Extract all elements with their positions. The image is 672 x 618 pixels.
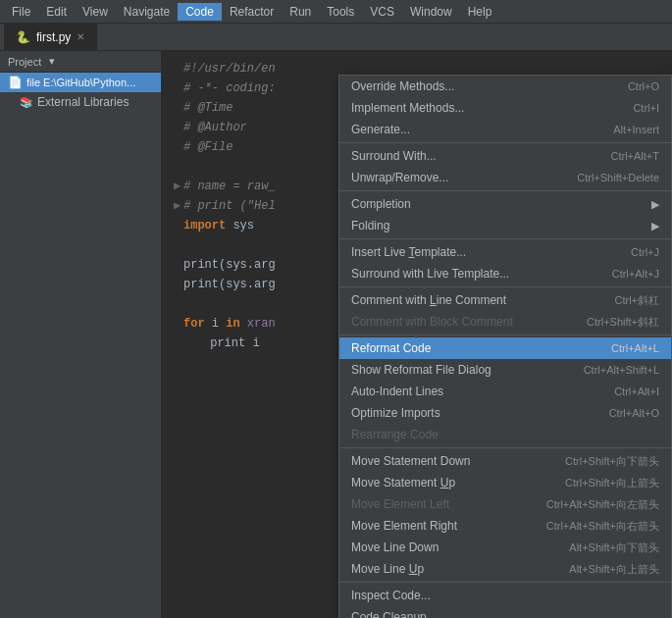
menu-unwrap-remove[interactable]: Unwrap/Remove... Ctrl+Shift+Delete	[339, 167, 671, 188]
menu-edit[interactable]: Edit	[38, 3, 75, 21]
menu-refactor[interactable]: Refactor	[222, 3, 282, 21]
tab-bar: 🐍 first.py ✕	[0, 24, 672, 51]
sidebar-dropdown-icon[interactable]: ▾	[49, 55, 55, 68]
divider-6	[339, 447, 671, 448]
sidebar-file-label: file E:\GitHub\Python...	[26, 77, 135, 88]
menu-move-element-right[interactable]: Move Element Right Ctrl+Alt+Shift+向右箭头	[339, 515, 671, 537]
tab-first-py[interactable]: 🐍 first.py ✕	[4, 24, 97, 51]
file-icon: 📄	[8, 76, 23, 89]
divider-3	[339, 238, 671, 239]
menu-window[interactable]: Window	[402, 3, 460, 21]
menu-comment-block: Comment with Block Comment Ctrl+Shift+斜杠	[339, 311, 671, 333]
menu-code-cleanup[interactable]: Code Cleanup...	[339, 606, 671, 618]
divider-1	[339, 142, 671, 143]
menu-view[interactable]: View	[75, 3, 116, 21]
menu-completion[interactable]: Completion ▶	[339, 193, 671, 215]
menu-help[interactable]: Help	[460, 3, 500, 21]
divider-7	[339, 582, 671, 583]
code-dropdown-menu: Override Methods... Ctrl+O Implement Met…	[338, 75, 672, 618]
tab-file-icon: 🐍	[16, 30, 30, 44]
sidebar-item-file[interactable]: 📄 file E:\GitHub\Python...	[0, 73, 161, 92]
dropdown-overlay: Override Methods... Ctrl+O Implement Met…	[162, 51, 672, 618]
menu-show-reformat-dialog[interactable]: Show Reformat File Dialog Ctrl+Alt+Shift…	[339, 359, 671, 381]
sidebar-header: Project ▾	[0, 51, 161, 73]
menu-vcs[interactable]: VCS	[362, 3, 402, 21]
menu-navigate[interactable]: Navigate	[116, 3, 178, 21]
menu-bar: File Edit View Navigate Code Refactor Ru…	[0, 0, 672, 24]
menu-tools[interactable]: Tools	[319, 3, 362, 21]
library-icon: 📚	[20, 96, 33, 109]
menu-folding[interactable]: Folding ▶	[339, 215, 671, 236]
menu-move-element-left: Move Element Left Ctrl+Alt+Shift+向左箭头	[339, 493, 671, 515]
sidebar: Project ▾ 📄 file E:\GitHub\Python... 📚 E…	[0, 51, 162, 618]
editor-area: #!/usr/bin/en # -*- coding: # @Time # @A…	[162, 51, 672, 618]
menu-move-line-down[interactable]: Move Line Down Alt+Shift+向下箭头	[339, 537, 671, 558]
sidebar-project-label: Project	[8, 56, 41, 68]
sidebar-item-external-libraries[interactable]: 📚 External Libraries	[0, 92, 161, 112]
main-layout: Project ▾ 📄 file E:\GitHub\Python... 📚 E…	[0, 51, 672, 618]
menu-move-line-up[interactable]: Move Line Up Alt+Shift+向上箭头	[339, 558, 671, 580]
menu-implement-methods[interactable]: Implement Methods... Ctrl+I	[339, 97, 671, 119]
menu-override-methods[interactable]: Override Methods... Ctrl+O	[339, 76, 671, 97]
menu-inspect-code[interactable]: Inspect Code...	[339, 585, 671, 606]
menu-surround-live-template[interactable]: Surround with Live Template... Ctrl+Alt+…	[339, 263, 671, 284]
menu-optimize-imports[interactable]: Optimize Imports Ctrl+Alt+O	[339, 402, 671, 424]
menu-comment-line[interactable]: Comment with Line Comment Ctrl+斜杠	[339, 289, 671, 311]
menu-code[interactable]: Code	[178, 3, 222, 21]
menu-generate[interactable]: Generate... Alt+Insert	[339, 119, 671, 140]
menu-insert-live-template[interactable]: Insert Live Template... Ctrl+J	[339, 241, 671, 263]
tab-close-button[interactable]: ✕	[77, 31, 84, 42]
divider-4	[339, 286, 671, 287]
menu-reformat-code[interactable]: Reformat Code Ctrl+Alt+L	[339, 337, 671, 359]
menu-move-statement-down[interactable]: Move Statement Down Ctrl+Shift+向下箭头	[339, 450, 671, 472]
menu-file[interactable]: File	[4, 3, 38, 21]
menu-move-statement-up[interactable]: Move Statement Up Ctrl+Shift+向上箭头	[339, 472, 671, 493]
menu-run[interactable]: Run	[282, 3, 319, 21]
divider-2	[339, 190, 671, 191]
divider-5	[339, 335, 671, 335]
tab-label: first.py	[36, 30, 71, 44]
menu-auto-indent[interactable]: Auto-Indent Lines Ctrl+Alt+I	[339, 381, 671, 402]
menu-surround-with[interactable]: Surround With... Ctrl+Alt+T	[339, 145, 671, 167]
menu-rearrange-code: Rearrange Code	[339, 424, 671, 445]
sidebar-library-label: External Libraries	[37, 95, 129, 109]
